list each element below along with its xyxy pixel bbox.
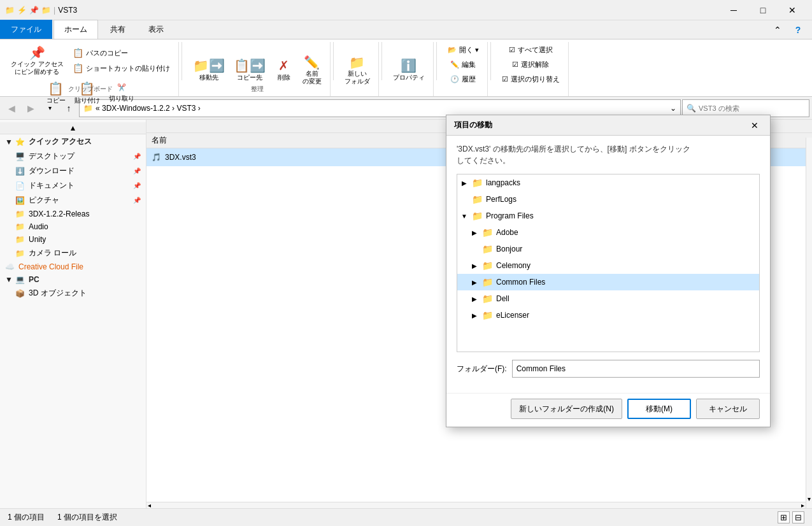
folder-icon-bonjour: 📁 (482, 244, 493, 254)
tree-item-commonfiles[interactable]: ▶ 📁 Common Files (457, 274, 759, 290)
audio-folder-icon: 📁 (15, 222, 25, 231)
view-large-button[interactable]: ⊟ (792, 511, 804, 523)
cancel-button[interactable]: キャンセル (696, 399, 760, 419)
tree-item-bonjour[interactable]: 📁 Bonjour (457, 241, 759, 257)
creativecloud-label: Creative Cloud File (18, 262, 83, 271)
ribbon-history-button[interactable]: 🕐 履歴 (447, 73, 479, 86)
ribbon-row-quickaccess: 📌 クイック アクセスにピン留めする 📋 パスのコピー 📋 ショートカットの貼り… (8, 43, 173, 78)
ribbon-sep-3 (381, 42, 382, 80)
scrollbar-left-arrow[interactable]: ◂ (148, 502, 151, 508)
ribbon-collapse-button[interactable]: ⌃ (769, 21, 787, 39)
tree-item-dell[interactable]: ▶ 📁 Dell (457, 290, 759, 307)
chevron-dell[interactable]: ▶ (470, 295, 479, 302)
quickaccess-star-icon: ⭐ (15, 138, 25, 146)
restore-button[interactable]: □ (748, 0, 778, 20)
move-button[interactable]: 移動(M) (627, 399, 691, 419)
tree-item-perflogs[interactable]: 📁 PerfLogs (457, 191, 759, 208)
sidebar-item-3dx[interactable]: 📁 3DX-1.2.2-Releas (0, 208, 146, 220)
ribbon-deselectall-button[interactable]: ☑ 選択解除 (509, 58, 552, 71)
history-icon: 🕐 (450, 75, 459, 83)
copyto-icon: 📋➡️ (234, 58, 266, 73)
column-name: 名前 (152, 135, 167, 146)
ribbon-delete-button[interactable]: ✗ 削除 (271, 56, 297, 84)
vertical-scrollbar[interactable]: ▾ (806, 138, 812, 508)
rename-icon: ✏️ (304, 55, 320, 70)
pin-icon: 📌 (29, 45, 45, 60)
chevron-langpacks[interactable]: ▶ (460, 180, 469, 187)
tab-home[interactable]: ホーム (53, 20, 98, 39)
tab-view[interactable]: 表示 (138, 20, 175, 39)
chevron-adobe[interactable]: ▶ (470, 229, 479, 236)
tree-item-programfiles[interactable]: ▼ 📁 Program Files (457, 208, 759, 224)
dialog-close-button[interactable]: ✕ (747, 118, 762, 133)
folder-icon-elicenser: 📁 (482, 310, 493, 320)
back-button[interactable]: ◀ (3, 99, 20, 117)
ribbon-group-quickaccess: 📌 クイック アクセスにピン留めする 📋 パスのコピー 📋 ショートカットの貼り… (3, 42, 179, 96)
chevron-commonfiles[interactable]: ▶ (470, 279, 479, 286)
ribbon-edit-button[interactable]: ✏️ 編集 (447, 58, 479, 71)
sidebar-item-3dobjects[interactable]: 📦 3D オブジェクト (0, 286, 146, 301)
tree-item-celemony[interactable]: ▶ 📁 Celemony (457, 257, 759, 274)
sidebar-item-pictures[interactable]: 🖼️ ピクチャ 📌 (0, 193, 146, 208)
deselectall-icon: ☑ (512, 60, 518, 69)
search-input[interactable] (699, 104, 805, 112)
pin-icon-downloads: 📌 (133, 167, 141, 174)
folder-icon-langpacks: 📁 (472, 178, 483, 188)
folder-input[interactable] (512, 360, 760, 378)
sidebar-item-documents[interactable]: 📄 ドキュメント 📌 (0, 178, 146, 193)
help-button[interactable]: ? (789, 21, 807, 39)
sidebar-scroll-up[interactable]: ▲ (0, 122, 146, 134)
ribbon-invertselect-button[interactable]: ☑ 選択の切り替え (499, 73, 563, 86)
app-icon: 📁 (5, 6, 15, 15)
folder-icon: 📁 (41, 6, 51, 15)
ribbon-open-button[interactable]: 📂 開く ▾ (445, 43, 482, 57)
forward-button[interactable]: ▶ (22, 99, 39, 117)
copy-icon: 📋 (73, 48, 83, 58)
chevron-celemony[interactable]: ▶ (470, 262, 479, 269)
quickaccess-expand-icon: ▼ (5, 138, 13, 146)
tab-share[interactable]: 共有 (99, 20, 136, 39)
new-folder-button[interactable]: 新しいフォルダーの作成(N) (511, 399, 622, 419)
ribbon-shortcut-button[interactable]: 📋 ショートカットの貼り付け (69, 61, 173, 75)
ribbon-rename-button[interactable]: ✏️ 名前の変更 (299, 53, 325, 87)
chevron-elicenser[interactable]: ▶ (470, 312, 479, 319)
scrollbar-right-arrow[interactable]: ▸ (801, 502, 804, 508)
shortcut-icon: 📋 (73, 63, 83, 73)
ribbon-row-select: ☑ すべて選択 ☑ 選択解除 ☑ 選択の切り替え (499, 43, 563, 96)
sidebar-item-camera[interactable]: 📁 カメラ ロール (0, 246, 146, 260)
sidebar-section-creativecloud[interactable]: ☁️ Creative Cloud File (0, 260, 146, 273)
folder-icon-dell: 📁 (482, 294, 493, 304)
view-details-button[interactable]: ⊞ (778, 511, 790, 523)
sidebar-item-audio[interactable]: 📁 Audio (0, 220, 146, 233)
sidebar-item-desktop[interactable]: 🖥️ デスクトップ 📌 (0, 149, 146, 164)
dialog-tree[interactable]: ▶ 📁 langpacks 📁 PerfLogs ▼ 📁 Program Fil… (457, 174, 760, 352)
status-bar: 1 個の項目 1 個の項目を選択 ⊞ ⊟ (0, 508, 812, 526)
tree-item-langpacks[interactable]: ▶ 📁 langpacks (457, 174, 759, 191)
ribbon-group-properties: ℹ️ プロパティ (385, 42, 434, 96)
sidebar-item-downloads[interactable]: ⬇️ ダウンロード 📌 (0, 164, 146, 178)
audio-label: Audio (29, 222, 48, 231)
scrollbar-down-arrow[interactable]: ▾ (806, 495, 812, 502)
close-button[interactable]: ✕ (778, 0, 807, 20)
tree-label-langpacks: langpacks (486, 178, 520, 187)
ribbon-properties-button[interactable]: ℹ️ プロパティ (390, 56, 428, 84)
ribbon-newfolder-button[interactable]: 📁 新しいフォルダ (341, 53, 373, 87)
ribbon-group-new: 📁 新しいフォルダ (336, 42, 379, 96)
sidebar-section-quickaccess[interactable]: ▼ ⭐ クイック アクセス (0, 134, 146, 149)
ribbon-selectall-button[interactable]: ☑ すべて選択 (506, 43, 556, 57)
tree-item-adobe[interactable]: ▶ 📁 Adobe (457, 224, 759, 241)
sidebar-item-unity[interactable]: 📁 Unity (0, 233, 146, 246)
tab-file[interactable]: ファイル (0, 20, 52, 39)
ribbon-copyto-button[interactable]: 📋➡️ コピー先 (231, 56, 269, 84)
view-controls: ⊞ ⊟ (778, 511, 804, 523)
tree-item-elicenser[interactable]: ▶ 📁 eLicenser (457, 307, 759, 323)
creativecloud-icon: ☁️ (5, 262, 15, 271)
move-dialog: 項目の移動 ✕ '3DX.vst3' の移動先の場所を選択してから、[移動] ボ… (446, 115, 771, 427)
horizontal-scrollbar[interactable]: ◂ ▸ (146, 502, 806, 508)
sidebar-section-pc[interactable]: ▼ 💻 PC (0, 273, 146, 286)
ribbon-pin-button[interactable]: 📌 クイック アクセスにピン留めする (8, 43, 67, 78)
chevron-programfiles[interactable]: ▼ (460, 213, 469, 220)
ribbon-move-button[interactable]: 📁➡️ 移動先 (190, 56, 228, 84)
minimize-button[interactable]: ─ (719, 0, 748, 20)
ribbon-copypath-button[interactable]: 📋 パスのコピー (69, 46, 173, 60)
